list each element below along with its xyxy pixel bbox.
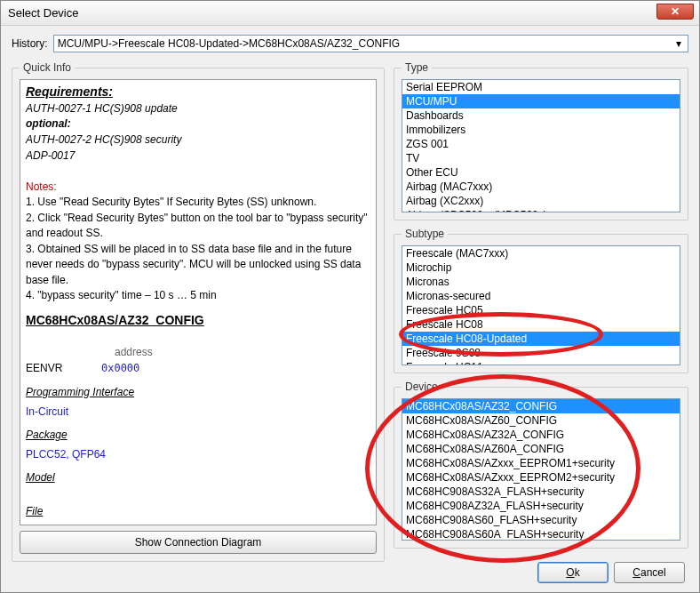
chevron-down-icon: ▾ <box>672 36 686 51</box>
list-item[interactable]: MC68HCx08AS/AZ32A_CONFIG <box>402 428 680 442</box>
list-item[interactable]: MC68HCx08AS/AZxxx_EEPROM1+security <box>402 456 680 470</box>
device-listbox[interactable]: MC68HCx08AS/AZ32_CONFIGMC68HCx08AS/AZ60_… <box>402 398 680 541</box>
cancel-button[interactable]: Cancel <box>614 562 685 583</box>
list-item[interactable]: Freescale HC08 <box>402 317 680 332</box>
list-item[interactable]: TV <box>402 151 680 165</box>
list-item[interactable]: Freescale HC11 <box>402 360 680 365</box>
list-item[interactable]: MC68HCx08AS/AZ60A_CONFIG <box>402 442 680 456</box>
list-item[interactable]: ZGS 001 <box>402 137 680 151</box>
type-group: Type Serial EEPROMMCU/MPUDashboardsImmob… <box>394 61 688 220</box>
list-item[interactable]: Freescale (MAC7xxx) <box>402 246 680 260</box>
list-item[interactable]: MC68HCx08AS/AZ32_CONFIG <box>402 399 680 413</box>
list-item[interactable]: Dashboards <box>402 108 680 123</box>
ok-button[interactable]: Ok <box>537 562 609 583</box>
history-combobox[interactable]: MCU/MPU->Freescale HC08-Updated->MC68HCx… <box>53 35 688 52</box>
list-item[interactable]: Immobilizers <box>402 123 680 137</box>
history-label: History: <box>12 37 48 50</box>
titlebar: Select Device ✕ <box>1 1 699 26</box>
quickinfo-group: Quick Info Requirements: AUTH-0027-1 HC(… <box>12 61 385 562</box>
list-item[interactable]: MC68HC908AZ32A_FLASH+security <box>402 499 680 513</box>
list-item[interactable]: Other ECU <box>402 165 680 180</box>
subtype-listbox[interactable]: Freescale (MAC7xxx)MicrochipMicronasMicr… <box>402 245 680 365</box>
list-item[interactable]: Micronas <box>402 275 680 289</box>
device-group: Device MC68HCx08AS/AZ32_CONFIGMC68HCx08A… <box>394 381 688 549</box>
list-item[interactable]: Freescale HC08-Updated <box>402 332 680 346</box>
device-legend: Device <box>402 381 441 393</box>
close-button[interactable]: ✕ <box>656 4 694 20</box>
window-title: Select Device <box>8 6 78 20</box>
quickinfo-text[interactable]: Requirements: AUTH-0027-1 HC(S)908 updat… <box>20 79 377 525</box>
list-item[interactable]: Airbag (MAC7xxx) <box>402 180 680 194</box>
list-item[interactable]: MC68HC908AS60A_FLASH+security <box>402 527 680 541</box>
list-item[interactable]: Serial EEPROM <box>402 80 680 94</box>
list-item[interactable]: MCU/MPU <box>402 94 680 108</box>
close-icon: ✕ <box>671 5 680 18</box>
list-item[interactable]: Freescale 9S08 <box>402 346 680 360</box>
list-item[interactable]: MC68HCx08AS/AZ60_CONFIG <box>402 413 680 428</box>
list-item[interactable]: Freescale HC05 <box>402 303 680 317</box>
list-item[interactable]: Airbag (SPC560xx/MPC560x) <box>402 208 680 212</box>
list-item[interactable]: MC68HC908AS60_FLASH+security <box>402 513 680 527</box>
list-item[interactable]: MC68HCx08AS/AZxxx_EEPROM2+security <box>402 470 680 485</box>
subtype-group: Subtype Freescale (MAC7xxx)MicrochipMicr… <box>394 228 688 373</box>
list-item[interactable]: Airbag (XC2xxx) <box>402 194 680 208</box>
type-listbox[interactable]: Serial EEPROMMCU/MPUDashboardsImmobilize… <box>402 79 680 212</box>
subtype-legend: Subtype <box>402 228 448 240</box>
quickinfo-legend: Quick Info <box>20 61 75 74</box>
history-value: MCU/MPU->Freescale HC08-Updated->MC68HCx… <box>58 37 400 50</box>
list-item[interactable]: Micronas-secured <box>402 289 680 303</box>
list-item[interactable]: Microchip <box>402 260 680 275</box>
show-connection-diagram-button[interactable]: Show Connection Diagram <box>20 531 377 554</box>
list-item[interactable]: MC68HC908AS32A_FLASH+security <box>402 485 680 499</box>
type-legend: Type <box>402 61 432 74</box>
